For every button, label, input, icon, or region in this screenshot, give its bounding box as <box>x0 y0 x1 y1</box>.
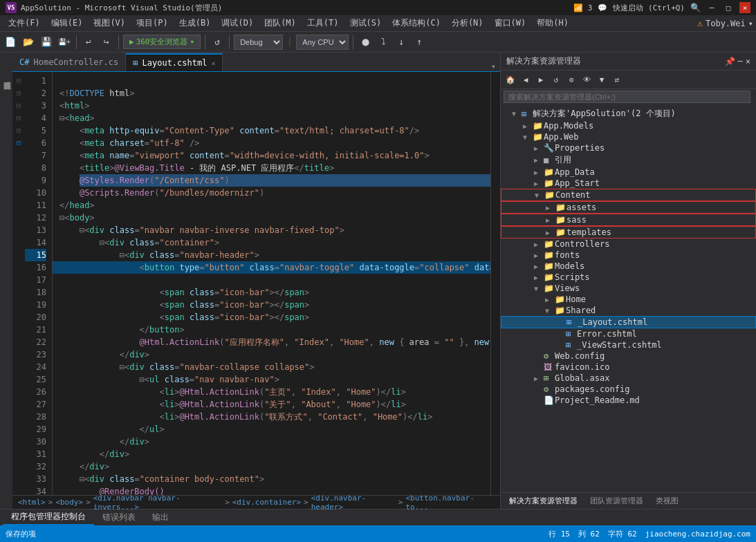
sol-tab-team[interactable]: 团队资源管理器 <box>584 494 649 507</box>
home-node[interactable]: ▶ 📁 Home <box>501 294 756 305</box>
favicon-node[interactable]: 🖼 favicon.ico <box>501 362 756 373</box>
menu-help[interactable]: 帮助(H) <box>531 16 574 30</box>
menu-window[interactable]: 窗口(W) <box>489 16 532 30</box>
redo-btn[interactable]: ↪ <box>99 35 114 50</box>
menu-build[interactable]: 生成(B) <box>174 16 216 30</box>
app-data-node[interactable]: ▶ 📁 App_Data <box>501 167 756 178</box>
solution-search-input[interactable] <box>504 91 750 103</box>
properties-node[interactable]: ▶ 🔧 Properties <box>501 142 756 153</box>
quick-launch: 快速启动 (Ctrl+Q) <box>613 3 685 13</box>
viewstart-cshtml-node[interactable]: ⊞ _ViewStart.cshtml <box>501 339 756 351</box>
sol-show-all-btn[interactable]: 👁 <box>580 73 593 86</box>
sol-filter-btn[interactable]: ▼ <box>595 73 609 86</box>
controllers-node[interactable]: ▶ 📁 Controllers <box>501 239 756 250</box>
models-label: Models <box>555 261 584 271</box>
step-in-btn[interactable]: ↓ <box>394 35 409 50</box>
menu-team[interactable]: 团队(M) <box>259 16 302 30</box>
global-asax-node[interactable]: ▶ ⊞ Global.asax <box>501 373 756 384</box>
restore-button[interactable]: □ <box>723 2 734 13</box>
step-out-btn[interactable]: ↑ <box>412 35 427 50</box>
menu-architecture[interactable]: 体系结构(C) <box>387 16 446 30</box>
templates-node[interactable]: ▶ 📁 templates <box>501 226 756 239</box>
app-data-label: App_Data <box>555 167 595 177</box>
sol-back-btn[interactable]: ◀ <box>519 73 533 86</box>
views-node[interactable]: ▼ 📁 Views <box>501 283 756 294</box>
menu-view[interactable]: 视图(V) <box>88 16 131 30</box>
solution-header-buttons: 📌 ─ × <box>725 57 750 66</box>
code-editor[interactable]: ⊟ ⊟ ⊟ ⊟ ⊟ ⊟ 12345 678910 111213141 <box>12 72 500 495</box>
menu-edit[interactable]: 编辑(E) <box>46 16 89 30</box>
packages-config-node[interactable]: ⚙ packages.config <box>501 384 756 395</box>
content-node[interactable]: ▼ 📁 Content <box>501 189 756 201</box>
bottom-tabs-bar: 程序包管理器控制台 错误列表 输出 <box>0 509 756 525</box>
solution-root[interactable]: ▼ ⊞ 解决方案'AppSolution'(2 个项目) <box>501 107 756 120</box>
editor-nav-bar: <html> > <body> > <div.navbar navbar-inv… <box>12 495 500 509</box>
project-readme-node[interactable]: 📄 Project_Readme.md <box>501 395 756 406</box>
menu-project[interactable]: 项目(P) <box>131 16 174 30</box>
menu-tools[interactable]: 工具(T) <box>302 16 344 30</box>
solution-close-btn[interactable]: × <box>746 57 750 66</box>
user-dropdown-icon[interactable]: ▾ <box>748 19 753 28</box>
save-btn[interactable]: 💾 <box>39 35 54 50</box>
vs-logo: VS <box>6 2 17 13</box>
references-node[interactable]: ▶ ■ 引用 <box>501 153 756 167</box>
tab-expand-button[interactable]: ▾ <box>487 62 500 71</box>
breakpoint-btn[interactable]: ⬤ <box>358 35 373 50</box>
menu-debug[interactable]: 调试(D) <box>216 16 259 30</box>
tab-cs-icon: C# <box>19 57 29 67</box>
bottom-tab-nuget[interactable]: 程序包管理器控制台 <box>3 510 94 525</box>
minimize-button[interactable]: ─ <box>706 2 717 13</box>
code-content[interactable]: <!DOCTYPE html> <html> ⊟<head> <meta htt… <box>53 72 490 495</box>
templates-label: templates <box>566 227 611 237</box>
solution-header: 解决方案资源管理器 📌 ─ × <box>501 53 756 71</box>
close-button[interactable]: × <box>739 2 750 13</box>
sep4 <box>229 35 230 49</box>
error-cshtml-node[interactable]: ⊞ Error.cshtml <box>501 328 756 339</box>
sol-sync-btn[interactable]: ⇄ <box>610 73 624 86</box>
scripts-node[interactable]: ▶ 📁 Scripts <box>501 272 756 283</box>
sol-tab-solution[interactable]: 解决方案资源管理器 <box>504 494 583 507</box>
save-all-btn[interactable]: 💾+ <box>57 35 72 50</box>
solution-root-label: 解决方案'AppSolution'(2 个项目) <box>533 108 676 120</box>
sol-home-btn[interactable]: 🏠 <box>504 73 517 86</box>
app-start-node[interactable]: ▶ 📁 App_Start <box>501 178 756 189</box>
sol-refresh-btn[interactable]: ↺ <box>549 73 563 86</box>
play-button[interactable]: ▶ 360安全浏览器 ▾ <box>123 35 201 49</box>
breadcrumb-html: <html> <box>18 498 46 507</box>
debug-select[interactable]: Debug Release <box>234 35 283 50</box>
editor-scrollbar[interactable] <box>490 72 500 495</box>
tab-layout-cshtml[interactable]: ⊞ Layout.cshtml ✕ <box>126 53 223 71</box>
models-node[interactable]: ▶ 📁 Models <box>501 261 756 272</box>
user-info: ⚠ Toby.Wei ▾ <box>697 18 753 28</box>
fonts-node[interactable]: ▶ 📁 fonts <box>501 250 756 261</box>
app-models-node[interactable]: ▶ 📁 App.Models <box>501 120 756 131</box>
search-icon[interactable]: 🔍 <box>690 3 701 12</box>
menu-file[interactable]: 文件(F) <box>3 16 46 30</box>
solution-pin-btn[interactable]: 📌 <box>725 57 735 66</box>
shared-node[interactable]: ▼ 📁 Shared <box>501 305 756 316</box>
sass-node[interactable]: ▶ 📁 sass <box>501 214 756 226</box>
sol-tab-class[interactable]: 类视图 <box>650 494 684 507</box>
menu-test[interactable]: 测试(S) <box>344 16 387 30</box>
play-dropdown[interactable]: ▾ <box>190 37 195 46</box>
new-project-btn[interactable]: 📄 <box>3 35 18 50</box>
cpu-select[interactable]: Any CPU x64 x86 <box>296 35 349 50</box>
status-right: 行 15 列 62 字符 62 jiaocheng.chazidjag.com <box>548 529 750 539</box>
tab-close-button[interactable]: ✕ <box>211 59 215 67</box>
web-config-node[interactable]: ⚙ Web.config <box>501 351 756 362</box>
undo-btn[interactable]: ↩ <box>81 35 96 50</box>
assets-node[interactable]: ▶ 📁 assets <box>501 201 756 214</box>
tab-home-controller[interactable]: C# HomeController.cs <box>12 53 126 71</box>
open-btn[interactable]: 📂 <box>21 35 36 50</box>
refresh-btn[interactable]: ↺ <box>210 35 225 50</box>
sol-forward-btn[interactable]: ▶ <box>534 73 548 86</box>
layout-cshtml-node[interactable]: ⊞ _Layout.cshtml <box>501 316 756 328</box>
menu-analyze[interactable]: 分析(N) <box>446 16 489 30</box>
bottom-tab-errors[interactable]: 错误列表 <box>94 510 144 525</box>
step-over-btn[interactable]: ⤵ <box>376 35 391 50</box>
solution-collapse-btn[interactable]: ─ <box>738 57 743 66</box>
app-web-node[interactable]: ▼ 📁 App.Web <box>501 131 756 142</box>
sol-properties-btn[interactable]: ⚙ <box>564 73 578 86</box>
bottom-tab-output[interactable]: 输出 <box>144 510 177 525</box>
server-explorer-icon[interactable]: 服务器资源管理器 <box>0 73 13 79</box>
